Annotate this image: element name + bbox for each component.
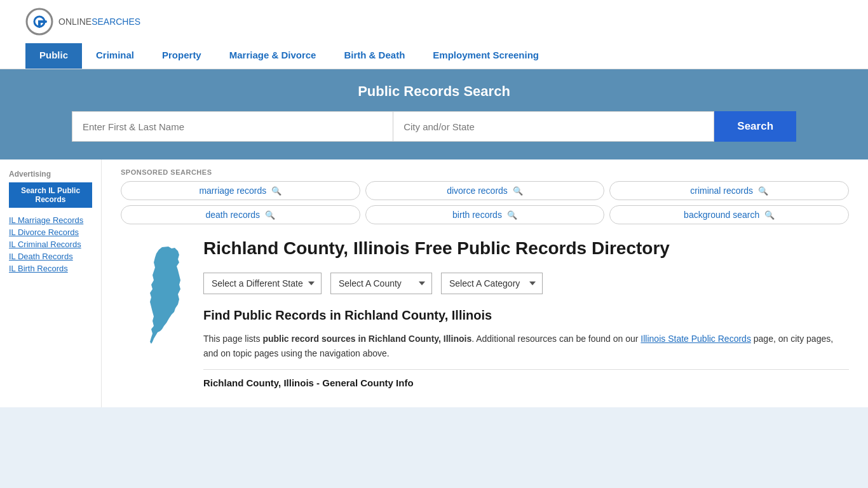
search-icon-background: 🔍	[764, 210, 775, 220]
sidebar-link-divorce[interactable]: IL Divorce Records	[9, 227, 92, 237]
nav-criminal[interactable]: Criminal	[82, 43, 148, 69]
nav-birth-death[interactable]: Birth & Death	[330, 43, 419, 69]
search-button[interactable]: Search	[714, 111, 796, 142]
logo-searches: SEARCHES	[92, 17, 140, 27]
page-heading: Richland County, Illinois Free Public Re…	[203, 237, 849, 260]
page-body: Richland County, Illinois Free Public Re…	[121, 231, 849, 388]
sponsored-text-divorce: divorce records	[447, 186, 508, 196]
logo-online: ONLINE	[58, 17, 92, 27]
sponsored-text-death: death records	[206, 210, 261, 220]
nav-property[interactable]: Property	[148, 43, 215, 69]
category-dropdown[interactable]: Select A Category	[441, 273, 543, 294]
dropdowns: Select a Different State Select A County…	[203, 273, 849, 294]
general-info-heading: Richland County, Illinois - General Coun…	[203, 369, 849, 388]
sponsored-section: SPONSORED SEARCHES marriage records 🔍 di…	[121, 159, 849, 231]
sponsored-item-criminal[interactable]: criminal records 🔍	[609, 181, 849, 200]
find-bold: public record sources in Richland County…	[262, 334, 471, 344]
sponsored-label: SPONSORED SEARCHES	[121, 168, 849, 176]
nav-employment[interactable]: Employment Screening	[419, 43, 553, 69]
logo-area: ONLINESEARCHES	[25, 8, 843, 36]
location-input[interactable]	[393, 111, 714, 142]
sponsored-item-death[interactable]: death records 🔍	[121, 205, 360, 224]
sidebar-link-marriage[interactable]: IL Marriage Records	[9, 215, 92, 225]
content-wrapper: Advertising Search IL Public Records IL …	[0, 159, 868, 407]
sponsored-item-birth[interactable]: birth records 🔍	[365, 205, 605, 224]
nav-public[interactable]: Public	[25, 43, 82, 69]
county-dropdown[interactable]: Select A County	[330, 273, 432, 294]
search-icon-marriage: 🔍	[271, 186, 281, 196]
sponsored-item-marriage[interactable]: marriage records 🔍	[121, 181, 360, 200]
state-dropdown[interactable]: Select a Different State	[203, 273, 322, 294]
name-input[interactable]	[72, 111, 393, 142]
search-icon-divorce: 🔍	[513, 186, 523, 196]
find-records-heading: Find Public Records in Richland County, …	[203, 308, 849, 323]
logo-text: ONLINESEARCHES	[58, 17, 140, 27]
find-text-2: . Additional resources can be found on o…	[471, 334, 641, 344]
illinois-map-svg	[133, 243, 191, 345]
page-text-area: Richland County, Illinois Free Public Re…	[203, 237, 849, 388]
sponsored-text-marriage: marriage records	[199, 186, 266, 196]
nav-marriage-divorce[interactable]: Marriage & Divorce	[215, 43, 330, 69]
main-content: SPONSORED SEARCHES marriage records 🔍 di…	[102, 159, 868, 407]
logo-icon	[25, 8, 53, 36]
search-bar: Search	[72, 111, 796, 142]
sidebar: Advertising Search IL Public Records IL …	[0, 159, 102, 407]
sponsored-item-background[interactable]: background search 🔍	[609, 205, 849, 224]
sponsored-text-birth: birth records	[452, 210, 502, 220]
find-text-1: This page lists	[203, 334, 262, 344]
sponsored-grid: marriage records 🔍 divorce records 🔍 cri…	[121, 181, 849, 224]
state-map	[121, 237, 203, 388]
sponsored-item-divorce[interactable]: divorce records 🔍	[365, 181, 605, 200]
sidebar-search-il-button[interactable]: Search IL Public Records	[9, 182, 92, 208]
sidebar-link-criminal[interactable]: IL Criminal Records	[9, 240, 92, 249]
sidebar-ad-label: Advertising	[9, 170, 92, 179]
sponsored-text-background: background search	[684, 210, 759, 220]
search-icon-criminal: 🔍	[758, 186, 768, 196]
illinois-state-link[interactable]: Illinois State Public Records	[641, 334, 751, 344]
sidebar-link-birth[interactable]: IL Birth Records	[9, 264, 92, 273]
search-hero: Public Records Search Search	[0, 69, 868, 159]
search-icon-death: 🔍	[265, 210, 275, 220]
search-hero-title: Public Records Search	[25, 83, 843, 100]
main-nav: Public Criminal Property Marriage & Divo…	[25, 43, 843, 69]
find-records-paragraph: This page lists public record sources in…	[203, 332, 849, 360]
header: ONLINESEARCHES Public Criminal Property …	[0, 0, 868, 69]
sidebar-link-death[interactable]: IL Death Records	[9, 252, 92, 261]
search-icon-birth: 🔍	[507, 210, 517, 220]
sponsored-text-criminal: criminal records	[690, 186, 753, 196]
